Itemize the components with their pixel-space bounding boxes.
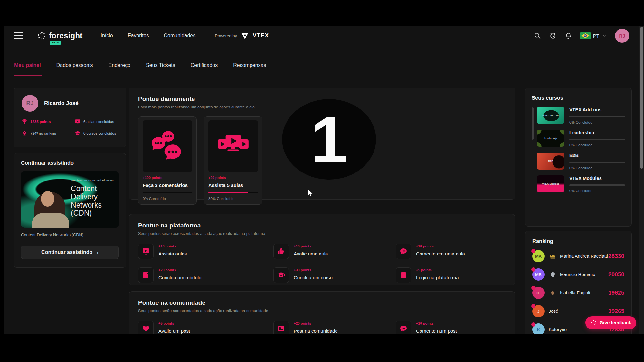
page-scrollbar[interactable]: [639, 26, 644, 334]
platform-subtitle: Seus pontos serão acrescentados a cada a…: [138, 231, 506, 236]
action-icon: [273, 244, 289, 259]
chevron-right-icon: ›: [96, 249, 99, 256]
profile-stat: 724º no ranking: [22, 130, 75, 136]
course-progress-bar: [569, 116, 625, 117]
courses-scrollbar[interactable]: [532, 107, 534, 140]
tab[interactable]: Certificados: [190, 59, 218, 76]
continue-watching-title: Continuar assistindo: [21, 160, 119, 166]
goal-progress-bar: [208, 192, 258, 193]
course-video-thumbnail[interactable]: Architecture Types and Elements Content …: [21, 171, 119, 228]
thumbnail-kicker: Architecture Types and Elements: [71, 179, 114, 182]
nav-link[interactable]: Favoritos: [128, 33, 149, 39]
countdown-number: 1: [311, 107, 347, 172]
nav-link[interactable]: Início: [100, 33, 113, 39]
course-progress-label: 0% Concluído: [569, 166, 625, 170]
course-title: B2B: [569, 153, 625, 158]
ranking-row[interactable]: MA Marina Andrea Racciatti 28330: [532, 250, 624, 262]
course-progress-label: 0% Concluído: [569, 189, 625, 193]
tab[interactable]: Recompensas: [232, 59, 267, 76]
course-progress-bar: [569, 139, 625, 140]
goal-points: +100 points: [143, 176, 192, 180]
point-action-item[interactable]: +10 points Comente em uma aula: [396, 244, 506, 259]
avatar: MR: [532, 268, 545, 281]
stat-label: 6 aulas concluídas: [83, 120, 114, 124]
user-head: RJ Ricardo José: [22, 95, 118, 112]
point-action-item[interactable]: +30 points Conclua um curso: [273, 267, 396, 283]
point-action-item[interactable]: +5 points Login na plataforma: [396, 267, 506, 283]
community-subtitle: Seus pontos serão acrescentados a cada a…: [138, 309, 506, 313]
ranking-name: Isabella Fagioli: [560, 290, 590, 295]
ranking-name: Kateryne: [549, 327, 567, 332]
foresight-logo[interactable]: foresight BETA: [37, 31, 82, 40]
goal-progress-label: 0% Concluído: [143, 197, 192, 200]
point-action-item[interactable]: +20 points Post na comunidade: [273, 321, 396, 334]
course-item[interactable]: Leadership Leadership 0% Concluído: [537, 130, 625, 147]
point-action-item[interactable]: +20 points Conclua um módulo: [138, 267, 273, 283]
action-label: Comente em uma aula: [416, 251, 465, 256]
action-points: +5 points: [416, 268, 459, 272]
ranking-score: 19265: [608, 308, 624, 315]
action-icon: [396, 321, 411, 334]
vtex-wordmark: VTEX: [253, 32, 269, 39]
language-selector[interactable]: PT: [580, 32, 607, 39]
course-item[interactable]: VTEX Add-ons VTEX Add-ons 0% Concluído: [537, 107, 625, 124]
action-icon: [273, 321, 289, 334]
user-avatar-button[interactable]: RJ: [615, 29, 629, 43]
stat-label: 1235 points: [30, 120, 51, 124]
community-title: Pontue na comunidade: [138, 299, 506, 306]
ranking-row[interactable]: IF Isabella Fagioli 19625: [532, 287, 624, 299]
community-actions: +5 points Avalie um post +20 points Post…: [138, 321, 506, 334]
hamburger-menu-button[interactable]: [14, 32, 23, 39]
goal-illustration: [143, 120, 192, 172]
ranking-name: José: [549, 309, 558, 314]
user-name: Ricardo José: [44, 100, 79, 107]
scrollbar-thumb[interactable]: [640, 27, 643, 169]
ranking-name: Marina Andrea Racciatti: [560, 254, 608, 259]
action-label: Avalie um post: [158, 328, 190, 334]
point-action-item[interactable]: +5 points Avalie um post: [138, 321, 273, 334]
ranking-row[interactable]: J José 19265: [532, 305, 624, 317]
point-action-item[interactable]: +10 points Avalie uma aula: [273, 244, 396, 259]
action-label: Conclua um curso: [294, 275, 333, 280]
daily-goal-card[interactable]: +100 points Faça 3 comentários 0% Conclu…: [138, 116, 197, 205]
daily-goal-card[interactable]: +20 points Assista 5 aulas 80% Concluído: [204, 116, 262, 205]
action-icon: [396, 267, 411, 283]
alarm-clock-icon[interactable]: [549, 32, 556, 39]
course-item[interactable]: VTEX Modules VTEX Modules 0% Concluído: [537, 175, 625, 193]
action-points: +20 points: [294, 321, 338, 325]
vtex-logo-icon: [241, 32, 249, 40]
top-navigation: foresight BETA InícioFavoritosComunidade…: [4, 26, 639, 46]
profile-stat: 6 aulas concluídas: [75, 119, 118, 125]
tab[interactable]: Meu painel: [14, 59, 42, 76]
action-icon: [273, 267, 289, 283]
ranking-row[interactable]: MR Mauricio Romano 20050: [532, 268, 624, 281]
nav-link[interactable]: Comunidades: [164, 33, 196, 39]
action-label: Comente num post: [416, 328, 457, 334]
continue-watching-button[interactable]: Continuar assistindo ›: [21, 246, 119, 259]
action-points: +20 points: [158, 268, 201, 272]
platform-actions: +10 points Assista aulas +10 points Aval…: [138, 244, 506, 283]
course-item[interactable]: B2B B2B 0% Concluído: [537, 153, 625, 170]
point-action-item[interactable]: +10 points Comente num post: [396, 321, 506, 334]
tab[interactable]: Dados pessoais: [56, 59, 94, 76]
profile-tab-bar: Meu painelDados pessoaisEndereçoSeus Tic…: [14, 59, 267, 76]
profile-stat: 1235 points: [22, 119, 75, 125]
goal-icon: [149, 128, 185, 164]
point-action-item[interactable]: +10 points Assista aulas: [138, 244, 273, 259]
action-label: Conclua um módulo: [158, 275, 201, 280]
course-caption: Content Delivery Networks (CDN): [21, 232, 119, 237]
bell-icon[interactable]: [565, 32, 572, 39]
course-title: VTEX Add-ons: [569, 107, 625, 112]
ranking-name: Mauricio Romano: [560, 272, 595, 277]
platform-points-panel: Pontue na plataforma Seus pontos serão a…: [129, 214, 515, 285]
tab[interactable]: Endereço: [108, 59, 131, 76]
feedback-spinner-icon: [591, 320, 597, 326]
beta-badge: BETA: [50, 41, 61, 45]
give-feedback-button[interactable]: Give feedback: [585, 316, 636, 329]
tab[interactable]: Seus Tickets: [145, 59, 176, 76]
goal-progress-bar: [143, 192, 192, 193]
search-icon[interactable]: [534, 32, 541, 39]
course-thumbnail: VTEX Modules: [537, 175, 564, 192]
avatar: IF: [532, 287, 545, 299]
powered-by: Powered by VTEX: [215, 32, 269, 40]
